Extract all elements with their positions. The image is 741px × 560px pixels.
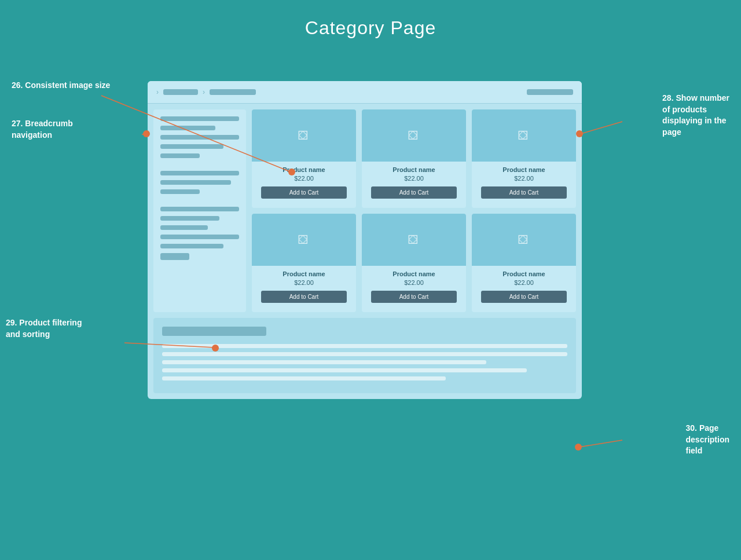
image-placeholder-icon-3: ⛋	[518, 128, 530, 143]
sidebar-line	[160, 126, 215, 130]
breadcrumb-arrow-1: ›	[156, 88, 159, 96]
product-image-4: ⛋	[252, 214, 356, 266]
product-info-5: Product name $22.00 Add to Cart	[362, 266, 466, 312]
add-to-cart-button-2[interactable]: Add to Cart	[371, 186, 457, 199]
dot-28	[576, 130, 583, 137]
sidebar-panel	[153, 109, 246, 312]
dot-26	[288, 169, 295, 175]
sidebar-line	[160, 225, 208, 230]
add-to-cart-button-5[interactable]: Add to Cart	[371, 291, 457, 303]
image-placeholder-icon-4: ⛋	[298, 232, 310, 247]
product-info-3: Product name $22.00 Add to Cart	[472, 162, 576, 208]
footer-desc-line-5	[162, 376, 446, 380]
product-card-4: ⛋ Product name $22.00 Add to Cart	[252, 214, 356, 312]
product-name-2: Product name	[366, 166, 461, 173]
product-price-3: $22.00	[476, 175, 571, 182]
add-to-cart-button-1[interactable]: Add to Cart	[261, 186, 347, 199]
annotation-30: 30. Pagedescriptionfield	[686, 423, 729, 457]
product-price-2: $22.00	[366, 175, 461, 182]
image-placeholder-icon-5: ⛋	[408, 232, 420, 247]
footer-title-bar	[162, 327, 266, 336]
mockup-body: ⛋ Product name $22.00 Add to Cart ⛋ Prod…	[148, 104, 582, 318]
page-title: Category Page	[0, 0, 741, 50]
dot-29	[212, 345, 219, 352]
product-price-4: $22.00	[256, 279, 351, 286]
breadcrumb-segment-2	[210, 89, 256, 95]
footer-desc-line-2	[162, 352, 567, 356]
annotation-27: 27. Breadcrumbnavigation	[12, 118, 73, 141]
breadcrumb-segment-1	[163, 89, 198, 95]
product-image-5: ⛋	[362, 214, 466, 266]
sidebar-line	[160, 180, 231, 185]
product-info-1: Product name $22.00 Add to Cart	[252, 162, 356, 208]
product-name-6: Product name	[476, 270, 571, 277]
sidebar-line	[160, 216, 219, 221]
sidebar-line	[160, 144, 223, 149]
sidebar-line	[160, 189, 200, 194]
mockup-header: › ›	[148, 81, 582, 104]
dot-27	[143, 130, 150, 137]
product-name-1: Product name	[256, 166, 351, 173]
sidebar-line	[160, 135, 239, 140]
breadcrumb-arrow-2: ›	[203, 88, 205, 96]
mockup-container: › ›	[148, 81, 582, 399]
sidebar-line	[160, 171, 239, 175]
product-card-1: ⛋ Product name $22.00 Add to Cart	[252, 109, 356, 208]
product-name-3: Product name	[476, 166, 571, 173]
product-image-2: ⛋	[362, 109, 466, 162]
annotation-29: 29. Product filteringand sorting	[6, 317, 82, 340]
annotation-26: 26. Consistent image size	[12, 80, 110, 91]
product-price-1: $22.00	[256, 175, 351, 182]
add-to-cart-button-6[interactable]: Add to Cart	[481, 291, 567, 303]
add-to-cart-button-3[interactable]: Add to Cart	[481, 186, 567, 199]
sidebar-filter-button[interactable]	[160, 253, 189, 260]
page-description-section	[153, 318, 576, 393]
product-grid: ⛋ Product name $22.00 Add to Cart ⛋ Prod…	[252, 109, 576, 312]
footer-desc-line-1	[162, 344, 567, 348]
sidebar-line	[160, 207, 239, 211]
svg-line-2	[579, 122, 622, 134]
product-card-6: ⛋ Product name $22.00 Add to Cart	[472, 214, 576, 312]
image-placeholder-icon-2: ⛋	[408, 128, 420, 143]
footer-desc-line-3	[162, 360, 486, 364]
add-to-cart-button-4[interactable]: Add to Cart	[261, 291, 347, 303]
product-info-6: Product name $22.00 Add to Cart	[472, 266, 576, 312]
product-image-3: ⛋	[472, 109, 576, 162]
sidebar-line	[160, 235, 239, 239]
sidebar-line	[160, 153, 200, 158]
product-card-3: ⛋ Product name $22.00 Add to Cart	[472, 109, 576, 208]
image-placeholder-icon-1: ⛋	[298, 128, 310, 143]
sidebar-line	[160, 244, 223, 248]
product-name-5: Product name	[366, 270, 461, 277]
product-price-6: $22.00	[476, 279, 571, 286]
dot-30	[575, 444, 582, 451]
product-price-5: $22.00	[366, 279, 461, 286]
annotation-28: 28. Show numberof productsdisplaying in …	[662, 93, 729, 138]
product-image-6: ⛋	[472, 214, 576, 266]
sidebar-line	[160, 116, 239, 121]
product-info-2: Product name $22.00 Add to Cart	[362, 162, 466, 208]
product-card-5: ⛋ Product name $22.00 Add to Cart	[362, 214, 466, 312]
product-info-4: Product name $22.00 Add to Cart	[252, 266, 356, 312]
image-placeholder-icon-6: ⛋	[518, 232, 530, 247]
product-count-bar	[527, 89, 573, 95]
product-name-4: Product name	[256, 270, 351, 277]
product-card-2: ⛋ Product name $22.00 Add to Cart	[362, 109, 466, 208]
footer-desc-line-4	[162, 368, 527, 372]
svg-line-4	[579, 440, 622, 447]
product-image-1: ⛋	[252, 109, 356, 162]
